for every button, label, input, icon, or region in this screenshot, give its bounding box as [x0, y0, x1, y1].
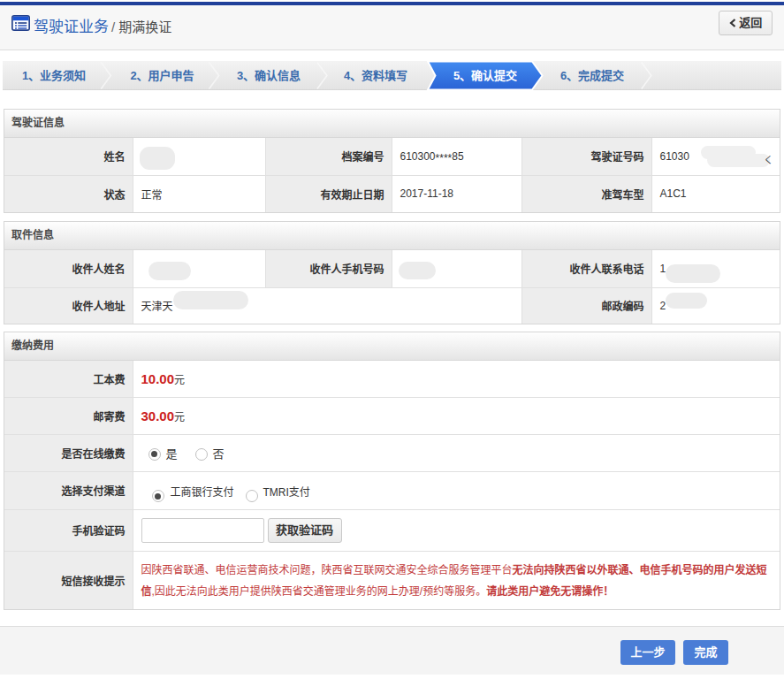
svg-text:5、确认提交: 5、确认提交	[453, 69, 517, 82]
svg-text:4、资料填写: 4、资料填写	[344, 69, 407, 82]
svg-text:2、用户申告: 2、用户申告	[130, 69, 194, 82]
svg-text:6、完成提交: 6、完成提交	[560, 69, 624, 82]
svg-text:3、确认信息: 3、确认信息	[237, 69, 301, 82]
svg-text:1、业务须知: 1、业务须知	[22, 69, 86, 82]
